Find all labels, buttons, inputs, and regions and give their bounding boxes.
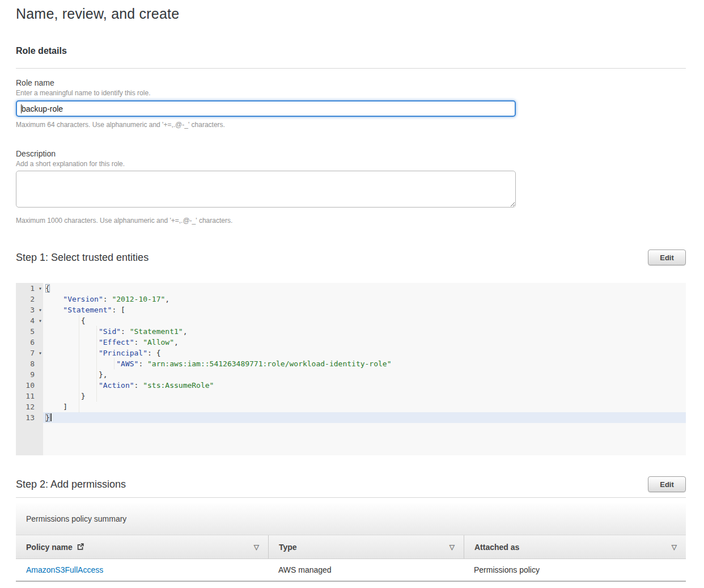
code-token: }: [45, 413, 50, 422]
column-header-type[interactable]: Type▽: [268, 535, 464, 559]
code-token: },: [99, 370, 108, 379]
role-details-divider: [16, 68, 686, 69]
table-cell: Permissions policy: [464, 565, 686, 574]
line-number-cell: 9: [16, 369, 43, 380]
code-row: 7▾ "Principal": {: [16, 348, 686, 358]
line-number-cell: 3▾: [16, 304, 43, 315]
code-line[interactable]: {: [43, 315, 686, 326]
line-number-cell: 2: [16, 294, 43, 304]
line-number: 11: [26, 391, 35, 401]
code-token: : [: [112, 306, 125, 314]
code-token: "arn:aws:iam::541263489771:role/workload…: [147, 359, 391, 368]
column-header-policy-name[interactable]: Policy name▽: [16, 535, 268, 559]
code-row: 3▾ "Statement": [: [16, 304, 686, 315]
code-lines: 1▾{2 "Version": "2012-10-17",3▾ "Stateme…: [16, 283, 686, 423]
code-line[interactable]: "Version": "2012-10-17",: [43, 294, 686, 304]
line-number: 8: [30, 358, 35, 369]
description-hint: Add a short explanation for this role.: [16, 160, 686, 168]
line-number: 12: [26, 401, 35, 412]
line-number: 3: [30, 304, 35, 315]
line-number-cell: 1▾: [16, 283, 43, 294]
code-token: :: [121, 327, 130, 336]
role-name-constraint: Maximum 64 characters. Use alphanumeric …: [16, 121, 686, 129]
code-token: [45, 306, 63, 314]
text-cursor: [21, 104, 22, 113]
code-token: }: [81, 392, 86, 400]
table-cell: AWS managed: [268, 565, 464, 574]
role-name-label: Role name: [16, 78, 686, 87]
code-line[interactable]: ]: [43, 401, 686, 412]
column-header-label: Attached as: [474, 543, 519, 552]
code-token: "Effect": [99, 338, 134, 346]
code-line[interactable]: "Effect": "Allow",: [43, 337, 686, 348]
code-row: 13}: [16, 412, 686, 423]
role-name-hint: Enter a meaningful name to identify this…: [16, 89, 686, 97]
code-token: [45, 370, 99, 379]
code-token: "Action": [99, 381, 134, 390]
line-number-cell: 7▾: [16, 348, 43, 358]
code-token: [45, 327, 99, 336]
code-token: "Principal": [99, 349, 147, 357]
line-number: 9: [30, 369, 35, 380]
code-line[interactable]: }: [43, 391, 686, 401]
code-token: [45, 392, 81, 400]
step2-edit-button[interactable]: Edit: [648, 476, 686, 492]
line-number-cell: 12: [16, 401, 43, 412]
code-token: [45, 349, 99, 357]
code-line[interactable]: "Principal": {: [43, 348, 686, 358]
code-line[interactable]: },: [43, 369, 686, 380]
code-token: ,: [174, 338, 179, 346]
code-line[interactable]: "Statement": [: [43, 304, 686, 315]
table-header-row: Policy name▽Type▽Attached as▽: [16, 535, 686, 559]
code-row: 5 "Sid": "Statement1",: [16, 326, 686, 337]
role-name-input[interactable]: [16, 100, 516, 117]
code-row: 6 "Effect": "Allow",: [16, 337, 686, 348]
code-token: :: [134, 338, 143, 346]
editor-cursor: [50, 413, 52, 421]
code-token: "AWS": [116, 359, 138, 368]
step2-heading: Step 2: Add permissions: [16, 479, 126, 490]
code-line[interactable]: "Action": "sts:AssumeRole": [43, 380, 686, 391]
code-token: ,: [183, 327, 188, 336]
code-row: 2 "Version": "2012-10-17",: [16, 294, 686, 304]
code-line[interactable]: "Sid": "Statement1",: [43, 326, 686, 337]
code-token: ]: [63, 403, 67, 411]
code-token: :: [134, 381, 143, 390]
code-token: {: [81, 316, 86, 325]
fold-arrow-icon[interactable]: ▾: [39, 348, 42, 358]
table-row: AmazonS3FullAccessAWS managedPermissions…: [16, 559, 686, 582]
table-body: AmazonS3FullAccessAWS managedPermissions…: [16, 559, 686, 582]
sort-dropdown-icon[interactable]: ▽: [672, 543, 677, 551]
code-line[interactable]: "AWS": "arn:aws:iam::541263489771:role/w…: [43, 358, 686, 369]
step1-header: Step 1: Select trusted entities Edit: [16, 249, 686, 265]
external-link-icon[interactable]: [77, 543, 84, 552]
line-number: 7: [30, 348, 35, 358]
description-textarea[interactable]: [16, 171, 516, 208]
step1-edit-button[interactable]: Edit: [648, 249, 686, 265]
policy-name-link[interactable]: AmazonS3FullAccess: [26, 565, 103, 574]
step1-heading: Step 1: Select trusted entities: [16, 252, 149, 264]
role-details-heading: Role details: [16, 46, 686, 56]
line-number: 5: [30, 326, 35, 337]
code-token: {: [45, 284, 50, 293]
line-number-cell: 8: [16, 358, 43, 369]
fold-arrow-icon[interactable]: ▾: [39, 304, 42, 315]
description-constraint: Maximum 1000 characters. Use alphanumeri…: [16, 217, 686, 225]
code-token: "Statement1": [130, 327, 183, 336]
fold-arrow-icon[interactable]: ▾: [39, 283, 42, 294]
sort-dropdown-icon[interactable]: ▽: [254, 543, 259, 551]
column-header-attached-as[interactable]: Attached as▽: [464, 535, 686, 559]
code-token: "2012-10-17": [112, 295, 165, 303]
code-line[interactable]: }: [43, 412, 686, 423]
step2-header: Step 2: Add permissions Edit: [16, 476, 686, 492]
code-row: 4▾ {: [16, 315, 686, 326]
code-line[interactable]: {: [43, 283, 686, 294]
sort-dropdown-icon[interactable]: ▽: [449, 543, 455, 551]
code-token: [45, 338, 99, 346]
line-number: 2: [30, 294, 35, 304]
fold-arrow-icon[interactable]: ▾: [39, 315, 42, 326]
code-token: "Version": [63, 295, 103, 303]
code-token: [45, 403, 63, 411]
trust-policy-editor[interactable]: 1▾{2 "Version": "2012-10-17",3▾ "Stateme…: [16, 283, 686, 455]
line-number: 1: [30, 283, 35, 294]
